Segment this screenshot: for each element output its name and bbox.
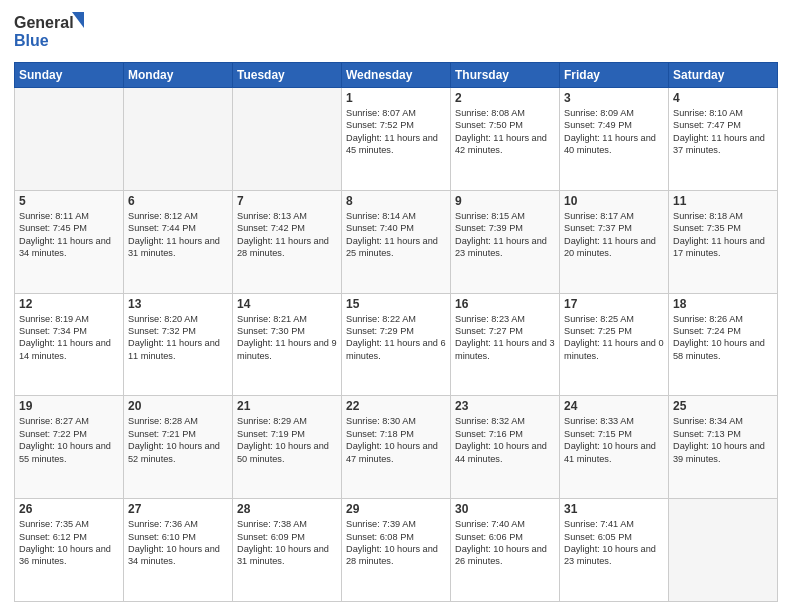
- cell-text: Sunrise: 8:27 AM Sunset: 7:22 PM Dayligh…: [19, 415, 119, 465]
- calendar-table: SundayMondayTuesdayWednesdayThursdayFrid…: [14, 62, 778, 602]
- day-number: 5: [19, 194, 119, 208]
- calendar-cell: 16Sunrise: 8:23 AM Sunset: 7:27 PM Dayli…: [451, 293, 560, 396]
- cell-text: Sunrise: 8:34 AM Sunset: 7:13 PM Dayligh…: [673, 415, 773, 465]
- cell-text: Sunrise: 8:20 AM Sunset: 7:32 PM Dayligh…: [128, 313, 228, 363]
- svg-text:Blue: Blue: [14, 32, 49, 49]
- day-number: 18: [673, 297, 773, 311]
- calendar-cell: 24Sunrise: 8:33 AM Sunset: 7:15 PM Dayli…: [560, 396, 669, 499]
- calendar-cell: 12Sunrise: 8:19 AM Sunset: 7:34 PM Dayli…: [15, 293, 124, 396]
- day-number: 17: [564, 297, 664, 311]
- day-number: 31: [564, 502, 664, 516]
- cell-text: Sunrise: 7:36 AM Sunset: 6:10 PM Dayligh…: [128, 518, 228, 568]
- calendar-cell: 1Sunrise: 8:07 AM Sunset: 7:52 PM Daylig…: [342, 88, 451, 191]
- cell-text: Sunrise: 8:07 AM Sunset: 7:52 PM Dayligh…: [346, 107, 446, 157]
- cell-text: Sunrise: 7:39 AM Sunset: 6:08 PM Dayligh…: [346, 518, 446, 568]
- calendar-cell: 31Sunrise: 7:41 AM Sunset: 6:05 PM Dayli…: [560, 499, 669, 602]
- cell-text: Sunrise: 7:35 AM Sunset: 6:12 PM Dayligh…: [19, 518, 119, 568]
- day-number: 20: [128, 399, 228, 413]
- weekday-header-friday: Friday: [560, 63, 669, 88]
- day-number: 29: [346, 502, 446, 516]
- weekday-header-monday: Monday: [124, 63, 233, 88]
- day-number: 4: [673, 91, 773, 105]
- calendar-cell: 21Sunrise: 8:29 AM Sunset: 7:19 PM Dayli…: [233, 396, 342, 499]
- day-number: 2: [455, 91, 555, 105]
- cell-text: Sunrise: 8:23 AM Sunset: 7:27 PM Dayligh…: [455, 313, 555, 363]
- calendar-cell: 19Sunrise: 8:27 AM Sunset: 7:22 PM Dayli…: [15, 396, 124, 499]
- cell-text: Sunrise: 8:10 AM Sunset: 7:47 PM Dayligh…: [673, 107, 773, 157]
- week-row-2: 5Sunrise: 8:11 AM Sunset: 7:45 PM Daylig…: [15, 190, 778, 293]
- cell-text: Sunrise: 8:12 AM Sunset: 7:44 PM Dayligh…: [128, 210, 228, 260]
- day-number: 10: [564, 194, 664, 208]
- calendar-cell: 20Sunrise: 8:28 AM Sunset: 7:21 PM Dayli…: [124, 396, 233, 499]
- cell-text: Sunrise: 8:22 AM Sunset: 7:29 PM Dayligh…: [346, 313, 446, 363]
- day-number: 1: [346, 91, 446, 105]
- day-number: 22: [346, 399, 446, 413]
- weekday-header-row: SundayMondayTuesdayWednesdayThursdayFrid…: [15, 63, 778, 88]
- calendar-cell: 27Sunrise: 7:36 AM Sunset: 6:10 PM Dayli…: [124, 499, 233, 602]
- cell-text: Sunrise: 8:18 AM Sunset: 7:35 PM Dayligh…: [673, 210, 773, 260]
- day-number: 9: [455, 194, 555, 208]
- week-row-5: 26Sunrise: 7:35 AM Sunset: 6:12 PM Dayli…: [15, 499, 778, 602]
- day-number: 27: [128, 502, 228, 516]
- day-number: 11: [673, 194, 773, 208]
- cell-text: Sunrise: 8:33 AM Sunset: 7:15 PM Dayligh…: [564, 415, 664, 465]
- day-number: 7: [237, 194, 337, 208]
- calendar-cell: 29Sunrise: 7:39 AM Sunset: 6:08 PM Dayli…: [342, 499, 451, 602]
- cell-text: Sunrise: 8:08 AM Sunset: 7:50 PM Dayligh…: [455, 107, 555, 157]
- cell-text: Sunrise: 7:40 AM Sunset: 6:06 PM Dayligh…: [455, 518, 555, 568]
- day-number: 21: [237, 399, 337, 413]
- cell-text: Sunrise: 8:26 AM Sunset: 7:24 PM Dayligh…: [673, 313, 773, 363]
- page: GeneralBlue SundayMondayTuesdayWednesday…: [0, 0, 792, 612]
- cell-text: Sunrise: 8:29 AM Sunset: 7:19 PM Dayligh…: [237, 415, 337, 465]
- day-number: 13: [128, 297, 228, 311]
- weekday-header-wednesday: Wednesday: [342, 63, 451, 88]
- day-number: 8: [346, 194, 446, 208]
- calendar-cell: 11Sunrise: 8:18 AM Sunset: 7:35 PM Dayli…: [669, 190, 778, 293]
- calendar-cell: 9Sunrise: 8:15 AM Sunset: 7:39 PM Daylig…: [451, 190, 560, 293]
- day-number: 3: [564, 91, 664, 105]
- day-number: 12: [19, 297, 119, 311]
- calendar-cell: 8Sunrise: 8:14 AM Sunset: 7:40 PM Daylig…: [342, 190, 451, 293]
- day-number: 6: [128, 194, 228, 208]
- calendar-cell: 13Sunrise: 8:20 AM Sunset: 7:32 PM Dayli…: [124, 293, 233, 396]
- cell-text: Sunrise: 8:32 AM Sunset: 7:16 PM Dayligh…: [455, 415, 555, 465]
- calendar-cell: 15Sunrise: 8:22 AM Sunset: 7:29 PM Dayli…: [342, 293, 451, 396]
- calendar-cell: 26Sunrise: 7:35 AM Sunset: 6:12 PM Dayli…: [15, 499, 124, 602]
- svg-text:General: General: [14, 14, 74, 31]
- cell-text: Sunrise: 8:17 AM Sunset: 7:37 PM Dayligh…: [564, 210, 664, 260]
- cell-text: Sunrise: 8:19 AM Sunset: 7:34 PM Dayligh…: [19, 313, 119, 363]
- week-row-1: 1Sunrise: 8:07 AM Sunset: 7:52 PM Daylig…: [15, 88, 778, 191]
- logo: GeneralBlue: [14, 10, 94, 54]
- cell-text: Sunrise: 8:21 AM Sunset: 7:30 PM Dayligh…: [237, 313, 337, 363]
- calendar-cell: [15, 88, 124, 191]
- calendar-cell: [233, 88, 342, 191]
- week-row-4: 19Sunrise: 8:27 AM Sunset: 7:22 PM Dayli…: [15, 396, 778, 499]
- day-number: 14: [237, 297, 337, 311]
- cell-text: Sunrise: 7:41 AM Sunset: 6:05 PM Dayligh…: [564, 518, 664, 568]
- calendar-cell: 10Sunrise: 8:17 AM Sunset: 7:37 PM Dayli…: [560, 190, 669, 293]
- calendar-cell: 17Sunrise: 8:25 AM Sunset: 7:25 PM Dayli…: [560, 293, 669, 396]
- cell-text: Sunrise: 8:13 AM Sunset: 7:42 PM Dayligh…: [237, 210, 337, 260]
- weekday-header-tuesday: Tuesday: [233, 63, 342, 88]
- calendar-cell: 4Sunrise: 8:10 AM Sunset: 7:47 PM Daylig…: [669, 88, 778, 191]
- weekday-header-sunday: Sunday: [15, 63, 124, 88]
- calendar-cell: 18Sunrise: 8:26 AM Sunset: 7:24 PM Dayli…: [669, 293, 778, 396]
- cell-text: Sunrise: 8:25 AM Sunset: 7:25 PM Dayligh…: [564, 313, 664, 363]
- calendar-cell: 22Sunrise: 8:30 AM Sunset: 7:18 PM Dayli…: [342, 396, 451, 499]
- day-number: 19: [19, 399, 119, 413]
- calendar-cell: 23Sunrise: 8:32 AM Sunset: 7:16 PM Dayli…: [451, 396, 560, 499]
- cell-text: Sunrise: 8:30 AM Sunset: 7:18 PM Dayligh…: [346, 415, 446, 465]
- calendar-cell: 2Sunrise: 8:08 AM Sunset: 7:50 PM Daylig…: [451, 88, 560, 191]
- cell-text: Sunrise: 8:28 AM Sunset: 7:21 PM Dayligh…: [128, 415, 228, 465]
- calendar-cell: 6Sunrise: 8:12 AM Sunset: 7:44 PM Daylig…: [124, 190, 233, 293]
- calendar-cell: 28Sunrise: 7:38 AM Sunset: 6:09 PM Dayli…: [233, 499, 342, 602]
- calendar-cell: 3Sunrise: 8:09 AM Sunset: 7:49 PM Daylig…: [560, 88, 669, 191]
- calendar-cell: 30Sunrise: 7:40 AM Sunset: 6:06 PM Dayli…: [451, 499, 560, 602]
- svg-marker-2: [72, 12, 84, 28]
- calendar-cell: [669, 499, 778, 602]
- cell-text: Sunrise: 8:15 AM Sunset: 7:39 PM Dayligh…: [455, 210, 555, 260]
- header: GeneralBlue: [14, 10, 778, 54]
- day-number: 23: [455, 399, 555, 413]
- calendar-cell: 5Sunrise: 8:11 AM Sunset: 7:45 PM Daylig…: [15, 190, 124, 293]
- weekday-header-saturday: Saturday: [669, 63, 778, 88]
